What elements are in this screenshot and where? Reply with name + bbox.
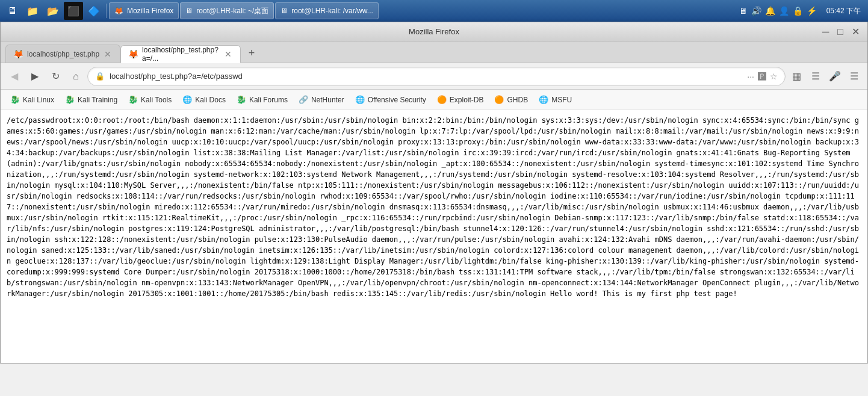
taskbar-time: 05:42 下午: [822, 6, 866, 16]
lock-icon: 🔒: [95, 72, 105, 81]
new-tab-button[interactable]: +: [243, 45, 260, 61]
bookmark-label: Kali Docs: [195, 96, 226, 104]
taskbar-icon-3[interactable]: 📂: [43, 2, 63, 20]
bookmark-kali-training[interactable]: 🐉 Kali Training: [60, 92, 122, 108]
taskbar-window-label: root@LHR-kali: /var/ww...: [291, 7, 373, 15]
tab-label-2: localhost/php_test.php?a=/...: [142, 46, 220, 63]
tab-favicon-2: 🦊: [128, 49, 138, 59]
navigation-bar: ◀ ▶ ↻ ⌂ 🔒 localhost/php_test.php?a=/etc/…: [1, 63, 867, 90]
more-button[interactable]: ···: [747, 72, 754, 81]
address-bar-actions: ··· 🅿 ☆: [747, 72, 778, 81]
bookmark-kali-tools[interactable]: 🐉 Kali Tools: [123, 92, 176, 108]
bookmark-offensive-security[interactable]: 🌐 Offensive Security: [350, 92, 431, 108]
bookmark-kali-linux[interactable]: 🐉 Kali Linux: [5, 92, 59, 108]
bookmark-label: Exploit-DB: [450, 96, 484, 104]
bookmark-kali-docs[interactable]: 🌐 Kali Docs: [178, 92, 231, 108]
url-text: localhost/php_test.php?a=/etc/passwd: [110, 72, 742, 81]
bookmarks-bar: 🐉 Kali Linux 🐉 Kali Training 🐉 Kali Tool…: [1, 90, 867, 110]
taskbar-window-firefox[interactable]: 🦊 Mozilla Firefox: [109, 2, 179, 19]
terminal-icon: 🖥: [185, 7, 193, 15]
kali-docs-icon: 🌐: [182, 95, 192, 104]
browser-title: Mozilla Firefox: [409, 27, 459, 36]
taskbar-window-terminal1[interactable]: 🖥 root@LHR-kali: ~/桌面: [180, 2, 274, 19]
menu-button[interactable]: ☰: [846, 68, 863, 85]
firefox-favicon: 🦊: [114, 7, 123, 15]
tab-bar: 🦊 localhost/php_test.php ✕ 🦊 localhost/p…: [1, 42, 867, 63]
tab-close-2[interactable]: ✕: [223, 49, 233, 59]
bookmark-label: Kali Training: [78, 96, 117, 104]
bookmark-label: Kali Linux: [23, 96, 54, 104]
taskbar-window-terminal2[interactable]: 🖥 root@LHR-kali: /var/ww...: [275, 2, 379, 19]
minimize-button[interactable]: ─: [819, 25, 832, 39]
browser-window: Mozilla Firefox ─ □ ✕ 🦊 localhost/php_te…: [0, 22, 868, 364]
volume-icon: 🔊: [751, 6, 761, 16]
taskbar-window-label: Mozilla Firefox: [127, 7, 173, 15]
bookmark-label: GHDB: [507, 96, 528, 104]
sidebar-button[interactable]: ▦: [788, 68, 805, 85]
taskbar-icon-4[interactable]: ⬛: [64, 2, 83, 20]
kali-forums-icon: 🐉: [237, 95, 246, 104]
tab-close-1[interactable]: ✕: [103, 49, 113, 59]
forward-button[interactable]: ▶: [26, 67, 44, 85]
power-icon: ⚡: [807, 6, 817, 16]
kali-training-icon: 🐉: [65, 95, 75, 104]
system-tray: 🖥 🔊 🔔 👤 🔒 ⚡: [736, 6, 820, 16]
tab-label-1: localhost/php_test.php: [27, 50, 99, 58]
page-content: /etc/passwdroot:x:0:0:root:/root:/bin/ba…: [1, 110, 867, 363]
bookmark-nethunter[interactable]: 🔗 NetHunter: [294, 92, 349, 108]
offensive-security-icon: 🌐: [355, 95, 365, 104]
nethunter-icon: 🔗: [299, 95, 308, 104]
kali-tools-icon: 🐉: [128, 95, 138, 104]
bookmark-label: MSFU: [551, 96, 572, 104]
ghdb-icon: 🟠: [494, 95, 504, 104]
bookmark-label: Kali Tools: [141, 96, 172, 104]
reader-button[interactable]: ☰: [807, 68, 824, 85]
msfu-icon: 🌐: [539, 95, 548, 104]
bookmark-label: Kali Forums: [249, 96, 288, 104]
bookmark-label: Offensive Security: [368, 96, 426, 104]
taskbar-icon-2[interactable]: 📁: [23, 2, 42, 20]
tab-favicon-1: 🦊: [13, 49, 23, 59]
nav-right-actions: ▦ ☰ 🎤 ☰: [788, 68, 863, 85]
terminal-icon-2: 🖥: [281, 7, 288, 15]
taskbar-icon-5[interactable]: 🔷: [84, 2, 104, 20]
bookmark-label: NetHunter: [311, 96, 344, 104]
pocket-button[interactable]: 🅿: [758, 72, 766, 81]
back-button[interactable]: ◀: [5, 67, 23, 85]
home-button[interactable]: ⌂: [67, 67, 85, 85]
taskbar-icon-1[interactable]: 🖥: [2, 2, 22, 20]
taskbar-window-label: root@LHR-kali: ~/桌面: [196, 6, 268, 16]
taskbar: 🖥 📁 📂 ⬛ 🔷 🦊 Mozilla Firefox 🖥 root@LHR-k…: [0, 0, 868, 22]
tab-2[interactable]: 🦊 localhost/php_test.php?a=/... ✕: [120, 45, 241, 63]
passwd-content: /etc/passwdroot:x:0:0:root:/root:/bin/ba…: [7, 116, 859, 298]
address-bar[interactable]: 🔒 localhost/php_test.php?a=/etc/passwd ·…: [87, 67, 786, 86]
monitor-icon: 🖥: [739, 6, 748, 16]
mic-button[interactable]: 🎤: [826, 68, 843, 85]
browser-titlebar: Mozilla Firefox ─ □ ✕: [1, 22, 867, 42]
lock-icon: 🔒: [793, 6, 803, 16]
maximize-button[interactable]: □: [834, 25, 846, 39]
window-controls: ─ □ ✕: [819, 25, 863, 39]
exploit-db-icon: 🟠: [437, 95, 447, 104]
reload-button[interactable]: ↻: [46, 67, 64, 85]
taskbar-separator: [106, 4, 107, 18]
bookmark-msfu[interactable]: 🌐 MSFU: [534, 92, 577, 108]
bookmark-ghdb[interactable]: 🟠 GHDB: [489, 92, 533, 108]
bookmark-exploit-db[interactable]: 🟠 Exploit-DB: [432, 92, 489, 108]
bell-icon: 🔔: [765, 6, 775, 16]
bookmark-star[interactable]: ☆: [770, 72, 778, 81]
close-button[interactable]: ✕: [849, 25, 863, 39]
user-icon: 👤: [779, 6, 789, 16]
tab-1[interactable]: 🦊 localhost/php_test.php ✕: [5, 45, 120, 63]
bookmark-kali-forums[interactable]: 🐉 Kali Forums: [232, 92, 293, 108]
kali-linux-icon: 🐉: [10, 95, 20, 104]
